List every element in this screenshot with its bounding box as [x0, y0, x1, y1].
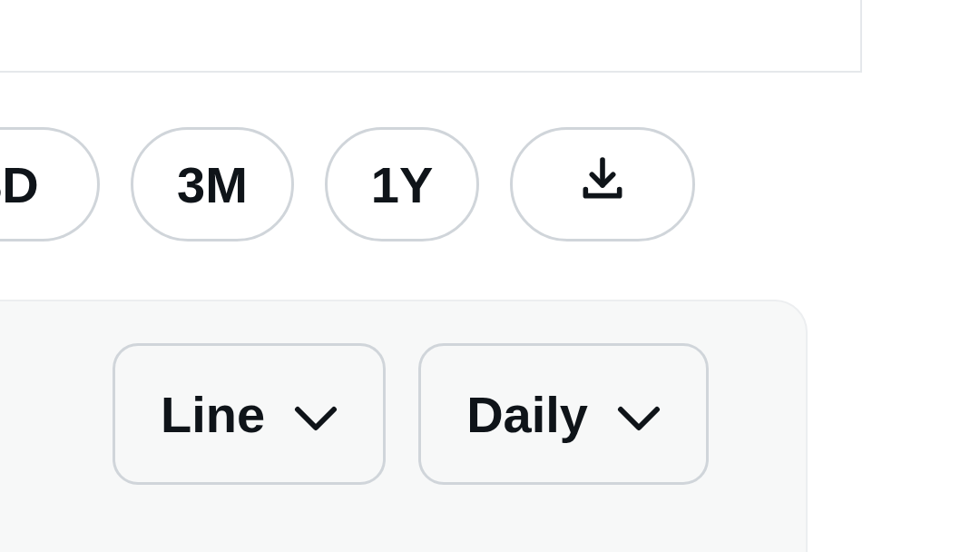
time-range-label: 28D — [0, 155, 39, 214]
time-range-label: 1Y — [371, 155, 434, 214]
granularity-dropdown[interactable]: Daily — [418, 343, 709, 485]
granularity-label: Daily — [466, 385, 588, 444]
content-divider — [0, 0, 862, 73]
chart-panel: Line Daily — [0, 300, 808, 552]
time-range-1y-button[interactable]: 1Y — [325, 127, 480, 242]
time-range-label: 3M — [177, 155, 248, 214]
chart-type-label: Line — [161, 385, 265, 444]
download-icon — [577, 153, 628, 216]
chart-controls: Line Daily — [113, 343, 709, 485]
download-button[interactable] — [510, 127, 695, 242]
chevron-down-icon — [294, 385, 338, 444]
time-range-selector: 28D 3M 1Y — [0, 127, 695, 242]
chevron-down-icon — [617, 385, 661, 444]
time-range-3m-button[interactable]: 3M — [131, 127, 294, 242]
time-range-28d-button[interactable]: 28D — [0, 127, 100, 242]
chart-type-dropdown[interactable]: Line — [113, 343, 386, 485]
